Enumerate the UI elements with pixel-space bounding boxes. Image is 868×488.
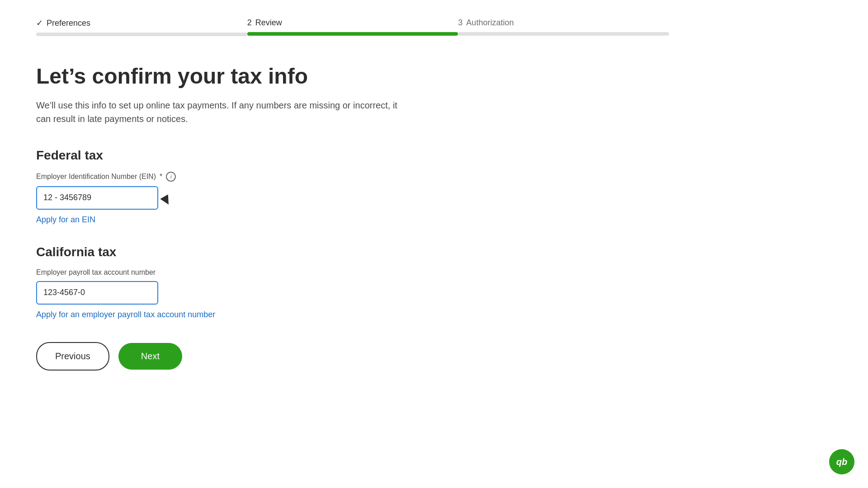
step-preferences: ✓ Preferences (36, 18, 247, 36)
step-authorization-bar (458, 32, 669, 36)
ein-required-asterisk: * (160, 173, 162, 181)
apply-payroll-link[interactable]: Apply for an employer payroll tax accoun… (36, 310, 215, 319)
progress-steps: ✓ Preferences 2 Review 3 Authorization (36, 18, 669, 36)
ein-label-text: Employer Identification Number (EIN) (36, 173, 156, 181)
step-authorization-text: Authorization (466, 18, 514, 28)
buttons-container: Previous Next (36, 342, 407, 371)
apply-ein-link[interactable]: Apply for an EIN (36, 215, 95, 225)
ein-info-icon[interactable]: i (166, 172, 176, 182)
step-preferences-bar (36, 33, 247, 36)
ein-field-label: Employer Identification Number (EIN) * i (36, 172, 407, 182)
step-preferences-label: ✓ Preferences (36, 18, 247, 28)
previous-button[interactable]: Previous (36, 342, 109, 371)
step-review-text: Review (255, 18, 282, 28)
quickbooks-logo: qb (829, 449, 854, 474)
federal-tax-section: Federal tax Employer Identification Numb… (36, 148, 407, 225)
ein-input[interactable] (36, 186, 158, 210)
step-authorization: 3 Authorization (458, 18, 669, 36)
step-authorization-label: 3 Authorization (458, 18, 669, 28)
next-button[interactable]: Next (118, 343, 182, 370)
step-authorization-number: 3 (458, 18, 462, 28)
qb-logo-text: qb (836, 457, 847, 467)
payroll-label-text: Employer payroll tax account number (36, 268, 156, 277)
page-subtitle: We’ll use this info to set up online tax… (36, 99, 407, 126)
california-tax-section: California tax Employer payroll tax acco… (36, 245, 407, 319)
step-review-label: 2 Review (247, 18, 458, 28)
step-review-number: 2 (247, 18, 252, 28)
payroll-field-label: Employer payroll tax account number (36, 268, 407, 277)
federal-tax-title: Federal tax (36, 148, 407, 163)
step-review-bar (247, 32, 458, 36)
page-title: Let’s confirm your tax info (36, 63, 407, 89)
step-preferences-text: Preferences (47, 19, 90, 28)
checkmark-icon: ✓ (36, 18, 43, 28)
step-review: 2 Review (247, 18, 458, 36)
california-tax-title: California tax (36, 245, 407, 259)
payroll-input[interactable] (36, 281, 158, 305)
